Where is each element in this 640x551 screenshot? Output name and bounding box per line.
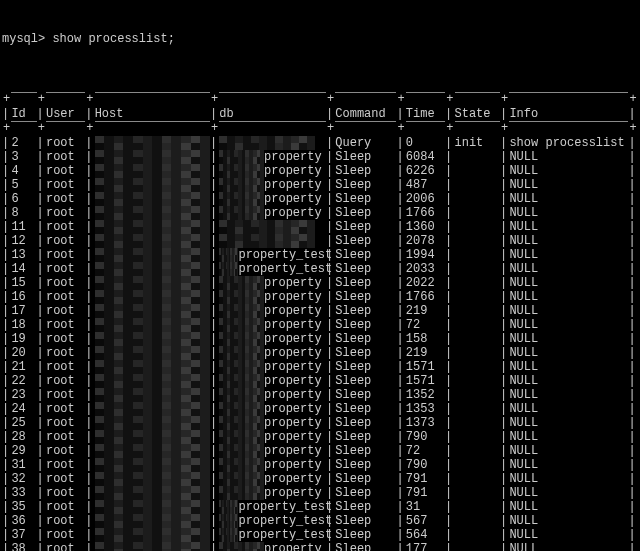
cell-user: root <box>46 402 85 416</box>
cell-state <box>455 234 501 248</box>
cell-command: Sleep <box>335 346 396 360</box>
cell-command: Sleep <box>335 528 396 542</box>
cell-command: Sleep <box>335 304 396 318</box>
cell-host <box>95 192 210 206</box>
cell-host <box>95 500 210 514</box>
table-rule-top: + + + + + + + + + <box>2 93 638 108</box>
cell-user: root <box>46 304 85 318</box>
redacted-host <box>95 332 210 346</box>
cell-time: 0 <box>406 136 445 150</box>
table-header-time: Time <box>406 107 445 122</box>
redacted-db-prefix <box>219 318 264 332</box>
redacted-host <box>95 472 210 486</box>
table-header-row: |Id |User |Host |db |Command |Time |Stat… <box>2 107 638 122</box>
cell-time: 1571 <box>406 360 445 374</box>
redacted-db-prefix <box>219 164 264 178</box>
table-header-user: User <box>46 107 85 122</box>
table-row: |3|root||property|Sleep|6084||NULL| <box>2 150 638 164</box>
cell-host <box>95 416 210 430</box>
redacted-host <box>95 136 210 150</box>
cell-host <box>95 178 210 192</box>
table-row: |24|root||property|Sleep|1353||NULL| <box>2 402 638 416</box>
cell-state <box>455 346 501 360</box>
cell-host <box>95 220 210 234</box>
cell-user: root <box>46 136 85 150</box>
cell-command: Sleep <box>335 178 396 192</box>
redacted-host <box>95 150 210 164</box>
redacted-db-prefix <box>219 234 315 248</box>
cell-state <box>455 528 501 542</box>
cell-info: NULL <box>509 388 628 402</box>
table-row: |29|root||property|Sleep|72||NULL| <box>2 444 638 458</box>
cell-id: 2 <box>11 136 36 150</box>
cell-db: property <box>219 430 326 444</box>
cell-info: NULL <box>509 528 628 542</box>
cell-db: property <box>219 276 326 290</box>
cell-state <box>455 416 501 430</box>
cell-host <box>95 402 210 416</box>
cell-user: root <box>46 206 85 220</box>
cell-command: Sleep <box>335 164 396 178</box>
table-row: |6|root||property|Sleep|2006||NULL| <box>2 192 638 206</box>
cell-id: 37 <box>11 528 36 542</box>
cell-state <box>455 430 501 444</box>
cell-user: root <box>46 290 85 304</box>
redacted-host <box>95 374 210 388</box>
cell-db: property <box>219 318 326 332</box>
cell-host <box>95 164 210 178</box>
cell-host <box>95 206 210 220</box>
sql-prompt: mysql> show processlist; <box>2 32 638 46</box>
cell-db: property <box>219 290 326 304</box>
cell-id: 12 <box>11 234 36 248</box>
cell-time: 1766 <box>406 290 445 304</box>
cell-state <box>455 262 501 276</box>
redacted-db-prefix <box>219 458 264 472</box>
cell-info: NULL <box>509 192 628 206</box>
cell-time: 1360 <box>406 220 445 234</box>
table-row: |16|root||property|Sleep|1766||NULL| <box>2 290 638 304</box>
cell-info: NULL <box>509 514 628 528</box>
cell-state <box>455 444 501 458</box>
cell-db: property_test <box>219 262 326 276</box>
cell-id: 5 <box>11 178 36 192</box>
cell-host <box>95 346 210 360</box>
cell-db: property <box>219 164 326 178</box>
cell-host <box>95 276 210 290</box>
cell-id: 16 <box>11 290 36 304</box>
cell-user: root <box>46 150 85 164</box>
cell-id: 18 <box>11 318 36 332</box>
cell-db: property <box>219 192 326 206</box>
cell-user: root <box>46 374 85 388</box>
redacted-host <box>95 220 210 234</box>
redacted-host <box>95 528 210 542</box>
cell-time: 790 <box>406 458 445 472</box>
cell-command: Sleep <box>335 290 396 304</box>
cell-user: root <box>46 472 85 486</box>
cell-id: 15 <box>11 276 36 290</box>
cell-user: root <box>46 178 85 192</box>
cell-host <box>95 528 210 542</box>
cell-host <box>95 234 210 248</box>
cell-host <box>95 542 210 551</box>
redacted-host <box>95 444 210 458</box>
cell-info: NULL <box>509 458 628 472</box>
table-row: |22|root||property|Sleep|1571||NULL| <box>2 374 638 388</box>
cell-time: 177 <box>406 542 445 551</box>
cell-state <box>455 402 501 416</box>
cell-user: root <box>46 458 85 472</box>
cell-user: root <box>46 388 85 402</box>
redacted-host <box>95 500 210 514</box>
cell-state <box>455 206 501 220</box>
cell-command: Sleep <box>335 360 396 374</box>
table-row: |21|root||property|Sleep|1571||NULL| <box>2 360 638 374</box>
cell-id: 24 <box>11 402 36 416</box>
cell-state <box>455 374 501 388</box>
cell-host <box>95 374 210 388</box>
redacted-host <box>95 458 210 472</box>
cell-id: 20 <box>11 346 36 360</box>
cell-state <box>455 318 501 332</box>
cell-db: property <box>219 444 326 458</box>
cell-time: 2033 <box>406 262 445 276</box>
cell-command: Sleep <box>335 402 396 416</box>
cell-time: 6084 <box>406 150 445 164</box>
